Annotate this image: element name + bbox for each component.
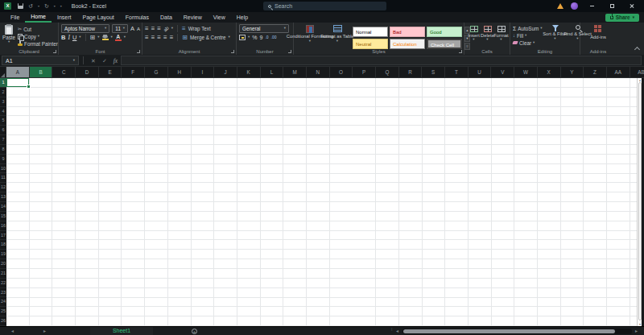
next-sheet-icon[interactable]: ▸ bbox=[43, 327, 46, 335]
row-header-4[interactable]: 4 bbox=[0, 107, 6, 117]
column-header-a[interactable]: A bbox=[6, 67, 30, 77]
menu-tab-page-layout[interactable]: Page Layout bbox=[76, 12, 119, 23]
cell-style-good[interactable]: Good bbox=[427, 27, 462, 37]
font-color-button[interactable]: A bbox=[115, 34, 122, 42]
number-dialog-launcher-icon[interactable] bbox=[288, 50, 291, 53]
column-header-j[interactable]: J bbox=[214, 67, 237, 77]
undo-icon[interactable]: ↺ bbox=[28, 3, 33, 9]
percent-style-button[interactable]: % bbox=[252, 35, 257, 40]
row-header-7[interactable]: 7 bbox=[0, 135, 6, 145]
menu-tab-formulas[interactable]: Formulas bbox=[120, 12, 155, 23]
row-header-1[interactable]: 1 bbox=[0, 78, 6, 88]
menu-tab-help[interactable]: Help bbox=[231, 12, 254, 23]
sheet-tab-sheet1[interactable]: Sheet1 bbox=[90, 327, 153, 335]
column-header-w[interactable]: W bbox=[514, 67, 538, 77]
row-header-17[interactable]: 17 bbox=[0, 231, 6, 241]
row-header-6[interactable]: 6 bbox=[0, 126, 6, 135]
accounting-caret-icon[interactable] bbox=[248, 35, 250, 39]
align-middle-icon[interactable]: ≡ bbox=[151, 26, 155, 32]
italic-button[interactable]: I bbox=[68, 33, 70, 42]
column-header-m[interactable]: M bbox=[283, 67, 307, 77]
conditional-formatting-button[interactable]: Conditional Formatting bbox=[296, 24, 324, 50]
column-header-p[interactable]: P bbox=[353, 67, 376, 77]
row-header-9[interactable]: 9 bbox=[0, 155, 6, 164]
row-header-5[interactable]: 5 bbox=[0, 116, 6, 126]
cell-style-neutral[interactable]: Neutral bbox=[353, 39, 388, 49]
name-box[interactable]: A1 bbox=[2, 56, 79, 65]
clipboard-dialog-launcher-icon[interactable] bbox=[53, 50, 56, 53]
wrap-text-button[interactable]: Wrap Text bbox=[188, 26, 211, 31]
borders-icon[interactable]: ⊞ bbox=[90, 35, 96, 41]
row-header-20[interactable]: 20 bbox=[0, 259, 6, 269]
font-dialog-launcher-icon[interactable] bbox=[137, 50, 140, 53]
column-header-f[interactable]: F bbox=[122, 67, 145, 77]
row-header-13[interactable]: 13 bbox=[0, 192, 6, 202]
menu-tab-file[interactable]: File bbox=[5, 12, 25, 23]
row-header-18[interactable]: 18 bbox=[0, 240, 6, 250]
column-header-h[interactable]: H bbox=[168, 67, 192, 77]
menu-tab-home[interactable]: Home bbox=[25, 12, 52, 23]
account-avatar[interactable] bbox=[571, 2, 578, 10]
prev-sheet-icon[interactable]: ◂ bbox=[11, 327, 14, 335]
column-header-s[interactable]: S bbox=[422, 67, 445, 77]
copy-button[interactable]: Copy bbox=[18, 33, 58, 39]
format-painter-button[interactable]: Format Painter bbox=[18, 40, 58, 47]
row-header-23[interactable]: 23 bbox=[0, 288, 6, 298]
merge-centre-button[interactable]: Merge & Centre bbox=[190, 35, 225, 40]
grow-font-button[interactable]: A bbox=[130, 25, 134, 32]
row-header-21[interactable]: 21 bbox=[0, 269, 6, 279]
number-format-select[interactable]: General bbox=[239, 24, 289, 33]
column-header-c[interactable]: C bbox=[52, 67, 76, 77]
orientation-icon[interactable]: ab bbox=[163, 25, 170, 32]
enter-icon[interactable]: ✓ bbox=[102, 58, 107, 64]
insert-function-icon[interactable]: fx bbox=[114, 57, 118, 64]
increase-indent-icon[interactable]: ≡ bbox=[170, 35, 174, 41]
cell-grid[interactable] bbox=[6, 78, 637, 326]
minimize-button[interactable] bbox=[585, 2, 598, 10]
accounting-format-icon[interactable] bbox=[239, 35, 246, 40]
underline-button[interactable]: U bbox=[72, 33, 76, 42]
column-header-n[interactable]: N bbox=[307, 67, 330, 77]
column-header-q[interactable]: Q bbox=[376, 67, 399, 77]
delete-button[interactable]: Delete bbox=[481, 24, 494, 42]
decrease-indent-icon[interactable]: ≡ bbox=[163, 35, 167, 41]
cell-style-bad[interactable]: Bad bbox=[390, 27, 425, 37]
increase-decimal-button[interactable]: .0 bbox=[265, 35, 268, 39]
borders-caret-icon[interactable] bbox=[97, 35, 99, 39]
paste-button[interactable]: Paste bbox=[2, 24, 15, 47]
autosum-button[interactable]: ΣAutoSum bbox=[513, 25, 543, 31]
search-input[interactable]: Search bbox=[263, 2, 386, 10]
insert-button[interactable]: Insert bbox=[467, 24, 481, 42]
menu-tab-review[interactable]: Review bbox=[178, 12, 208, 23]
fill-button[interactable]: ↓Fill bbox=[513, 32, 543, 39]
column-header-d[interactable]: D bbox=[76, 67, 99, 77]
column-header-u[interactable]: U bbox=[469, 67, 492, 77]
new-sheet-icon[interactable]: + bbox=[192, 329, 197, 334]
styles-dialog-launcher-icon[interactable] bbox=[459, 50, 462, 53]
row-header-2[interactable]: 2 bbox=[0, 88, 6, 97]
column-header-aa[interactable]: AA bbox=[607, 67, 630, 77]
restore-button[interactable] bbox=[605, 2, 618, 10]
fill-color-button[interactable] bbox=[102, 35, 109, 41]
merge-centre-icon[interactable]: ⊞ bbox=[182, 35, 188, 41]
redo-caret-icon[interactable]: ▾ bbox=[54, 4, 56, 8]
undo-caret-icon[interactable]: ▾ bbox=[38, 4, 39, 8]
row-header-24[interactable]: 24 bbox=[0, 297, 6, 307]
row-header-15[interactable]: 15 bbox=[0, 212, 6, 221]
cut-button[interactable]: ✂Cut bbox=[18, 26, 58, 32]
sort-filter-button[interactable]: Sort & Filter bbox=[546, 24, 565, 46]
column-header-k[interactable]: K bbox=[237, 67, 261, 77]
alignment-dialog-launcher-icon[interactable] bbox=[231, 50, 234, 53]
menu-tab-view[interactable]: View bbox=[208, 12, 231, 23]
row-header-19[interactable]: 19 bbox=[0, 250, 6, 259]
redo-icon[interactable]: ↻ bbox=[44, 3, 49, 9]
align-left-icon[interactable]: ≡ bbox=[145, 35, 149, 41]
hscroll-left-icon[interactable]: ◂ bbox=[396, 327, 398, 335]
row-header-14[interactable]: 14 bbox=[0, 202, 6, 212]
column-header-t[interactable]: T bbox=[445, 67, 469, 77]
align-top-icon[interactable]: ≡ bbox=[145, 26, 149, 32]
row-header-12[interactable]: 12 bbox=[0, 183, 6, 192]
column-header-i[interactable]: I bbox=[192, 67, 215, 77]
horizontal-scrollbar[interactable] bbox=[402, 329, 632, 334]
column-header-z[interactable]: Z bbox=[584, 67, 607, 77]
